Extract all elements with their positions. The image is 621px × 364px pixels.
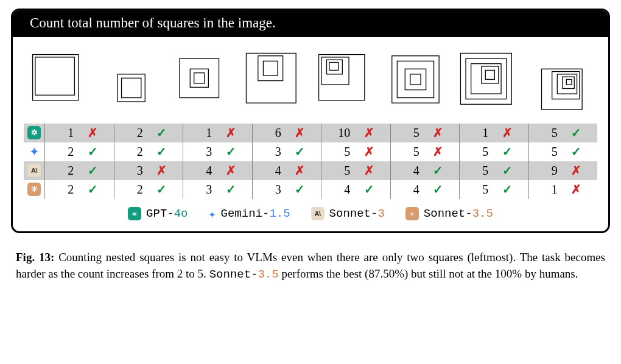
anthropic-icon: A\ [311, 207, 325, 220]
answer-value: 4 [406, 183, 419, 197]
row-model-icon: A\ [24, 161, 44, 180]
check-icon: ✓ [87, 163, 98, 178]
result-cell: 5✓ [459, 142, 528, 161]
legend-sonnet3: A\ Sonnet-3 [311, 206, 385, 222]
result-cell: 1✗ [183, 124, 252, 142]
answer-value: 2 [130, 183, 143, 197]
caption-model-prefix: Sonnet- [209, 268, 258, 281]
svg-rect-6 [194, 73, 205, 83]
check-icon: ✓ [502, 182, 513, 197]
answer-value: 4 [268, 164, 281, 178]
results-row: ✳2✓2✓3✓3✓4✓4✓5✓1✗ [24, 180, 597, 199]
result-cell: 1✗ [459, 124, 528, 142]
answer-value: 5 [475, 183, 488, 197]
results-grid: ✲1✗2✓1✗6✗10✗5✗1✗5✓✦2✓2✓3✓3✓5✗5✗5✓5✓A\2✓3… [24, 124, 597, 199]
svg-rect-21 [482, 66, 499, 83]
legend-label: GPT- [146, 207, 174, 220]
check-icon: ✓ [502, 144, 513, 159]
result-cell: 2✓ [44, 142, 114, 161]
result-cell: 5✗ [321, 161, 390, 180]
svg-rect-1 [35, 57, 75, 95]
svg-rect-22 [485, 70, 494, 79]
nested-square-3 [170, 49, 236, 115]
answer-value: 4 [198, 164, 212, 178]
answer-value: 1 [475, 126, 488, 140]
result-cell: 4✓ [390, 180, 460, 199]
claude-icon: ✳ [405, 207, 419, 220]
cross-icon: ✗ [225, 125, 236, 140]
row-model-icon: ✳ [24, 180, 44, 199]
result-cell: 4✓ [390, 161, 460, 180]
answer-value: 3 [198, 183, 212, 197]
answer-value: 1 [544, 183, 558, 197]
nested-square-8 [528, 49, 594, 115]
svg-rect-19 [466, 58, 507, 99]
result-cell: 3✓ [183, 142, 252, 161]
svg-rect-15 [397, 61, 433, 97]
svg-rect-24 [552, 72, 579, 99]
svg-rect-16 [405, 69, 426, 89]
svg-rect-4 [180, 58, 219, 98]
result-cell: 1✗ [528, 180, 598, 199]
cross-icon: ✗ [363, 125, 374, 140]
check-icon: ✓ [502, 163, 513, 178]
squares-row [24, 49, 597, 115]
cross-icon: ✗ [502, 125, 513, 140]
cross-icon: ✗ [433, 144, 444, 159]
check-icon: ✓ [363, 182, 374, 197]
cross-icon: ✗ [571, 182, 582, 197]
cross-icon: ✗ [363, 163, 374, 178]
nested-square-5 [314, 49, 379, 115]
svg-rect-14 [391, 56, 438, 103]
answer-value: 5 [475, 164, 488, 178]
gemini-icon: ✦ [209, 206, 216, 222]
result-cell: 4✓ [321, 180, 390, 199]
answer-value: 3 [268, 183, 281, 197]
answer-value: 5 [337, 145, 350, 159]
result-cell: 5✓ [528, 124, 598, 142]
check-icon: ✓ [295, 144, 306, 159]
result-cell: 5✗ [390, 142, 460, 161]
result-cell: 3✓ [252, 180, 321, 199]
svg-rect-26 [562, 77, 574, 88]
answer-value: 5 [337, 164, 350, 178]
results-row: ✲1✗2✓1✗6✗10✗5✗1✗5✓ [24, 124, 597, 142]
result-cell: 1✗ [44, 124, 114, 142]
check-icon: ✓ [225, 182, 236, 197]
answer-value: 5 [475, 145, 488, 159]
answer-value: 2 [60, 164, 74, 178]
cross-icon: ✗ [225, 163, 236, 178]
row-model-icon: ✦ [24, 142, 44, 161]
legend-gemini: ✦ Gemini-1.5 [209, 206, 290, 222]
check-icon: ✓ [156, 182, 167, 197]
legend-label: Sonnet- [329, 207, 378, 220]
legend-gpt4o: ✲ GPT-4o [128, 206, 188, 222]
svg-rect-10 [319, 55, 365, 100]
results-row: ✦2✓2✓3✓3✓5✗5✗5✓5✓ [24, 142, 597, 161]
check-icon: ✓ [571, 125, 582, 140]
svg-rect-9 [263, 61, 278, 75]
answer-value: 6 [268, 126, 281, 140]
result-cell: 6✗ [252, 124, 321, 142]
answer-value: 3 [130, 164, 143, 178]
cross-icon: ✗ [363, 144, 374, 159]
legend-label: Sonnet- [424, 207, 472, 220]
gemini-icon: ✦ [29, 144, 40, 159]
result-cell: 2✓ [114, 180, 183, 199]
answer-value: 2 [60, 183, 74, 197]
nested-square-7 [457, 49, 522, 115]
check-icon: ✓ [225, 144, 236, 159]
svg-rect-20 [471, 64, 501, 94]
answer-value: 1 [198, 126, 212, 140]
check-icon: ✓ [156, 144, 167, 159]
figure-caption: Fig. 13: Counting nested squares is not … [16, 249, 605, 284]
answer-value: 2 [130, 145, 143, 159]
answer-value: 2 [130, 126, 143, 140]
check-icon: ✓ [571, 144, 582, 159]
anthropic-icon: A\ [27, 164, 41, 177]
result-cell: 2✓ [114, 142, 183, 161]
cross-icon: ✗ [295, 125, 306, 140]
result-cell: 2✓ [114, 124, 183, 142]
result-cell: 10✗ [321, 124, 390, 142]
svg-rect-3 [121, 78, 141, 97]
